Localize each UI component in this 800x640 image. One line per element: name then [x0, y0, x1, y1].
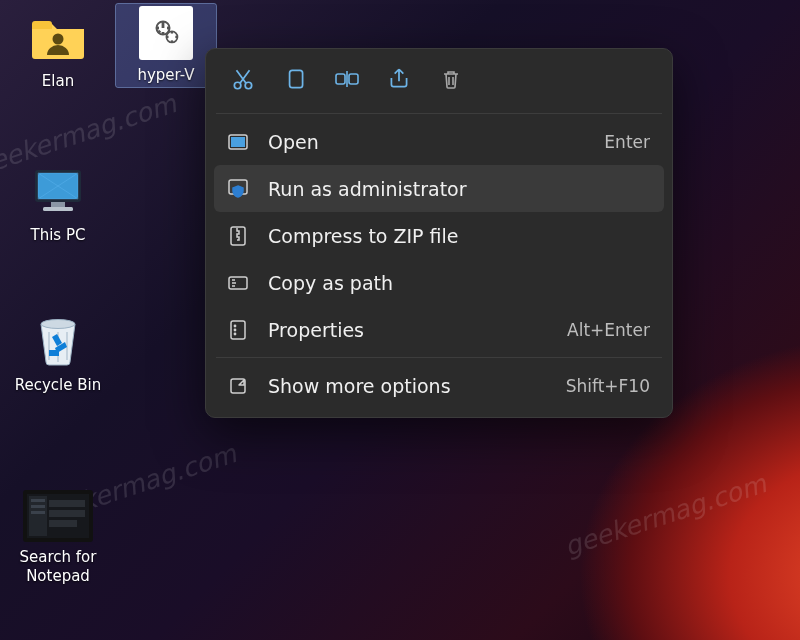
svg-rect-30: [349, 74, 358, 84]
svg-rect-9: [171, 31, 173, 34]
menu-item-label: Show more options: [268, 375, 566, 397]
this-pc-icon: [28, 160, 88, 220]
desktop-icon-label: Elan: [8, 72, 108, 91]
svg-rect-25: [31, 511, 45, 514]
menu-item-label: Run as administrator: [268, 178, 650, 200]
menu-item-label: Copy as path: [268, 272, 650, 294]
screenshot-thumbnail-icon: [23, 490, 93, 542]
properties-icon: [224, 318, 252, 342]
desktop-icon-label: Search for Notepad: [8, 548, 108, 586]
copy-button[interactable]: [272, 59, 318, 99]
desktop[interactable]: geekermag.com geekermag.com geekermag.co…: [0, 0, 800, 640]
menu-item-run-as-administrator[interactable]: Run as administrator: [214, 165, 664, 212]
svg-point-38: [234, 328, 237, 331]
svg-rect-20: [49, 500, 85, 507]
desktop-icon-label: This PC: [8, 226, 108, 245]
desktop-icon-hyperv[interactable]: hyper-V: [116, 4, 216, 87]
menu-item-label: Open: [268, 131, 604, 153]
copy-path-icon: [224, 271, 252, 295]
rename-button[interactable]: [324, 59, 370, 99]
menu-item-open[interactable]: Open Enter: [214, 118, 664, 165]
svg-point-37: [234, 324, 237, 327]
menu-item-properties[interactable]: Properties Alt+Enter: [214, 306, 664, 353]
svg-rect-5: [167, 27, 170, 30]
svg-rect-2: [162, 24, 165, 28]
desktop-icon-this-pc[interactable]: This PC: [8, 160, 108, 245]
svg-rect-4: [156, 27, 159, 30]
desktop-icon-elan[interactable]: Elan: [8, 6, 108, 91]
more-options-icon: [224, 374, 252, 398]
menu-item-shortcut: Enter: [604, 132, 650, 152]
svg-point-39: [234, 332, 237, 335]
svg-rect-7: [162, 32, 165, 35]
svg-rect-6: [162, 21, 165, 24]
svg-rect-16: [43, 207, 73, 211]
desktop-icon-label: Recycle Bin: [8, 376, 108, 395]
svg-rect-23: [31, 499, 45, 502]
menu-item-shortcut: Shift+F10: [566, 376, 650, 396]
recycle-bin-icon: [28, 310, 88, 370]
watermark: geekermag.com: [561, 468, 770, 562]
desktop-icon-label: hyper-V: [116, 66, 216, 85]
svg-rect-10: [171, 40, 173, 43]
shield-icon: [224, 177, 252, 201]
menu-item-shortcut: Alt+Enter: [567, 320, 650, 340]
menu-item-compress-zip[interactable]: Compress to ZIP file: [214, 212, 664, 259]
menu-item-label: Compress to ZIP file: [268, 225, 650, 247]
context-menu: Open Enter Run as administrator Compress…: [205, 48, 673, 418]
menu-item-label: Properties: [268, 319, 567, 341]
svg-point-17: [41, 320, 75, 329]
cut-button[interactable]: [220, 59, 266, 99]
svg-rect-32: [231, 137, 245, 147]
zip-icon: [224, 224, 252, 248]
batch-file-icon: [139, 6, 193, 60]
share-button[interactable]: [376, 59, 422, 99]
svg-rect-11: [166, 36, 169, 38]
svg-rect-36: [231, 321, 245, 339]
svg-rect-35: [229, 277, 247, 289]
svg-rect-28: [290, 70, 303, 87]
menu-separator: [216, 113, 662, 114]
svg-rect-34: [231, 227, 245, 245]
svg-rect-12: [175, 36, 178, 38]
menu-item-show-more-options[interactable]: Show more options Shift+F10: [214, 362, 664, 409]
svg-rect-29: [336, 74, 345, 84]
folder-icon: [28, 6, 88, 66]
svg-rect-22: [49, 520, 77, 527]
context-menu-toolbar: [214, 57, 664, 109]
svg-rect-21: [49, 510, 85, 517]
svg-point-0: [53, 34, 64, 45]
desktop-icon-search-notepad[interactable]: Search for Notepad: [8, 490, 108, 586]
menu-separator: [216, 357, 662, 358]
svg-rect-15: [51, 202, 65, 207]
menu-item-copy-as-path[interactable]: Copy as path: [214, 259, 664, 306]
delete-button[interactable]: [428, 59, 474, 99]
open-icon: [224, 130, 252, 154]
svg-rect-24: [31, 505, 45, 508]
desktop-icon-recycle-bin[interactable]: Recycle Bin: [8, 310, 108, 395]
